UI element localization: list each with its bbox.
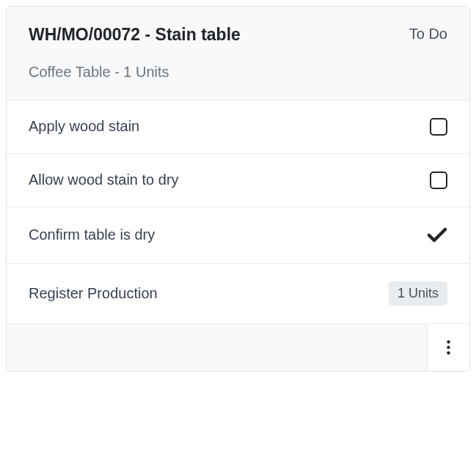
checkbox-unchecked-icon[interactable] — [430, 172, 447, 189]
step-row[interactable]: Apply wood stain — [7, 100, 469, 154]
card-footer — [7, 324, 469, 371]
more-options-button[interactable] — [427, 324, 469, 371]
step-row[interactable]: Allow wood stain to dry — [7, 154, 469, 207]
checkbox-unchecked-icon[interactable] — [430, 118, 447, 136]
step-row[interactable]: Confirm table is dry — [7, 207, 469, 264]
svg-point-1 — [447, 346, 450, 349]
svg-point-2 — [447, 351, 450, 354]
work-order-subtitle: Coffee Table - 1 Units — [29, 64, 447, 81]
register-production-label: Register Production — [29, 285, 158, 302]
check-icon[interactable] — [427, 225, 447, 246]
step-label: Apply wood stain — [29, 118, 139, 135]
svg-point-0 — [447, 340, 450, 343]
header-top: WH/MO/00072 - Stain table To Do — [29, 24, 447, 46]
step-label: Allow wood stain to dry — [29, 172, 179, 188]
step-label: Confirm table is dry — [29, 226, 155, 243]
units-badge: 1 Units — [389, 281, 447, 306]
kebab-menu-icon — [447, 340, 450, 355]
register-production-row[interactable]: Register Production 1 Units — [7, 264, 469, 324]
card-header: WH/MO/00072 - Stain table To Do Coffee T… — [7, 7, 469, 100]
work-order-card: WH/MO/00072 - Stain table To Do Coffee T… — [6, 6, 470, 372]
status-label: To Do — [409, 26, 447, 43]
work-order-title: WH/MO/00072 - Stain table — [29, 24, 241, 46]
